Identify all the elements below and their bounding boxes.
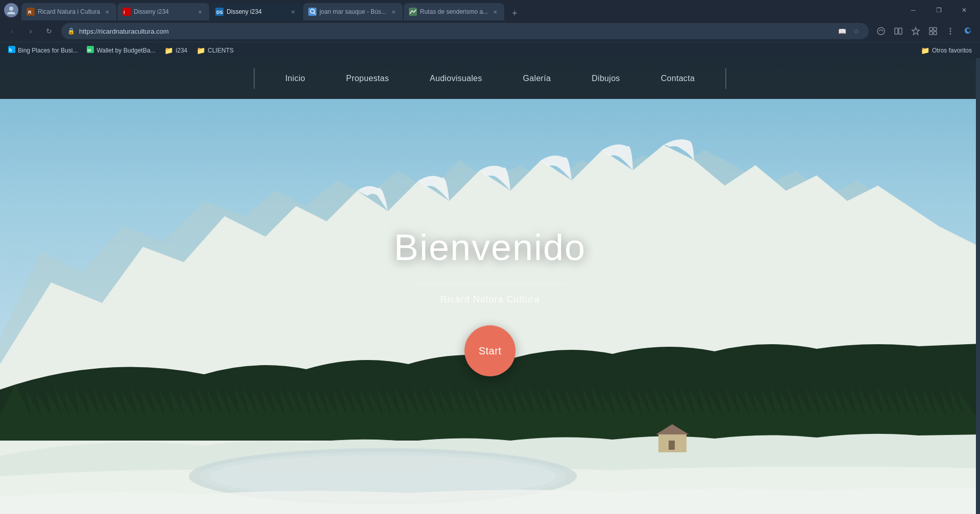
lock-icon: 🔒 — [67, 28, 75, 35]
nav-left-divider — [254, 68, 255, 89]
hero-content: Bienvenido Ricard Natura Cultura Start — [394, 226, 586, 376]
favorites-star-icon[interactable]: ☆ — [850, 25, 863, 37]
nav-inicio[interactable]: Inicio — [265, 70, 326, 87]
bookmark-bing-label: Bing Places for Busi... — [18, 47, 78, 54]
new-tab-button[interactable]: + — [507, 6, 522, 20]
bookmark-clients[interactable]: 📁 CLIENTS — [192, 44, 238, 57]
svg-rect-12 — [895, 28, 898, 34]
back-button[interactable]: ‹ — [4, 23, 20, 39]
folder-clients-icon: 📁 — [197, 46, 205, 55]
close-button[interactable]: ✕ — [952, 2, 976, 18]
tab-close-2[interactable]: ✕ — [196, 8, 204, 16]
svg-point-19 — [950, 31, 951, 32]
bookmark-wallet-label: Wallet by BudgetBa... — [96, 47, 155, 54]
tab-label-5: Rutas de senderismo a... — [420, 8, 488, 15]
tab-favicon-2: i — [122, 8, 131, 16]
svg-point-11 — [877, 28, 885, 35]
scrollbar[interactable] — [976, 58, 980, 514]
tab-label-3: Disseny i234 — [227, 8, 286, 15]
svg-rect-14 — [929, 28, 933, 31]
bookmark-clients-label: CLIENTS — [208, 47, 234, 54]
bookmarks-bar: b Bing Places for Busi... W Wallet by Bu… — [0, 42, 980, 58]
website-area: Inicio Propuestas Audiovisuales Galería … — [0, 58, 980, 514]
toolbar-icons — [873, 23, 976, 39]
address-bar-row: ‹ › ↻ 🔒 https://ricardnaturacultura.com … — [0, 20, 980, 42]
hero-title: Bienvenido — [394, 226, 586, 268]
tab-disseny2[interactable]: DS Disseny i234 ✕ — [210, 3, 302, 20]
collections-icon[interactable] — [925, 23, 941, 39]
svg-rect-13 — [899, 28, 902, 34]
tab-disseny1[interactable]: i Disseny i234 ✕ — [117, 3, 209, 20]
bookmark-otros-label: Otros favoritos — [932, 47, 972, 54]
tab-favicon-3: DS — [215, 8, 224, 16]
svg-point-20 — [950, 33, 951, 35]
svg-text:DS: DS — [216, 10, 223, 15]
svg-text:W: W — [87, 48, 91, 53]
tab-label-1: Ricard Natura i Cultura — [38, 8, 100, 15]
title-bar: R Ricard Natura i Cultura ✕ i Disseny i2… — [0, 0, 980, 20]
nav-galeria[interactable]: Galería — [503, 70, 572, 87]
tab-favicon-4 — [308, 8, 316, 16]
tab-close-1[interactable]: ✕ — [103, 8, 111, 16]
start-button-label: Start — [479, 345, 502, 357]
window-controls: ─ ❐ ✕ — [901, 2, 976, 18]
site-nav: Inicio Propuestas Audiovisuales Galería … — [0, 58, 980, 99]
bookmark-bing[interactable]: b Bing Places for Busi... — [4, 44, 82, 57]
edge-icon[interactable] — [960, 23, 976, 39]
tab-close-3[interactable]: ✕ — [289, 8, 297, 16]
nav-dibujos[interactable]: Dibujos — [571, 70, 640, 87]
forward-button[interactable]: › — [22, 23, 39, 39]
hero-subtitle: Ricard Natura Cultura — [440, 294, 540, 305]
hero-divider — [413, 284, 567, 284]
tab-favicon-5 — [409, 8, 417, 16]
hero-section: Bienvenido Ricard Natura Cultura Start — [0, 58, 980, 514]
bookmark-wallet[interactable]: W Wallet by BudgetBa... — [83, 44, 159, 57]
split-screen-icon[interactable] — [890, 23, 906, 39]
tab-rutas[interactable]: Rutas de senderismo a... ✕ — [404, 3, 504, 20]
nav-right-divider — [725, 68, 726, 89]
tab-close-5[interactable]: ✕ — [491, 8, 499, 16]
minimize-button[interactable]: ─ — [901, 2, 925, 18]
browser-window: R Ricard Natura i Cultura ✕ i Disseny i2… — [0, 0, 980, 514]
tab-label-4: joan mar sauque - Bús... — [320, 8, 386, 15]
wallet-icon: W — [87, 46, 94, 55]
bing-icon: b — [8, 46, 15, 55]
url-text: https://ricardnaturacultura.com — [79, 28, 832, 35]
tab-ricard[interactable]: R Ricard Natura i Cultura ✕ — [21, 3, 116, 20]
svg-point-0 — [9, 7, 13, 11]
folder-i234-icon: 📁 — [164, 46, 173, 55]
address-icons: 📖 ☆ — [836, 25, 863, 37]
profile-avatar[interactable] — [4, 3, 18, 17]
nav-propuestas[interactable]: Propuestas — [326, 70, 409, 87]
refresh-button[interactable]: ↻ — [41, 23, 57, 39]
svg-point-18 — [950, 28, 951, 30]
maximize-button[interactable]: ❐ — [927, 2, 950, 18]
tab-search[interactable]: joan mar sauque - Bús... ✕ — [303, 3, 403, 20]
bookmark-otros[interactable]: 📁 Otros favoritos — [917, 44, 976, 57]
favorites-icon[interactable] — [908, 23, 924, 39]
nav-links: Inicio Propuestas Audiovisuales Galería … — [265, 70, 715, 87]
svg-rect-15 — [934, 28, 937, 31]
tabs-bar: R Ricard Natura i Cultura ✕ i Disseny i2… — [21, 0, 897, 20]
start-button[interactable]: Start — [464, 325, 516, 376]
tab-close-4[interactable]: ✕ — [389, 8, 398, 16]
address-bar[interactable]: 🔒 https://ricardnaturacultura.com 📖 ☆ — [61, 23, 869, 39]
reader-icon[interactable]: 📖 — [836, 25, 848, 37]
svg-text:R: R — [28, 10, 32, 15]
svg-text:b: b — [9, 47, 12, 53]
svg-rect-16 — [929, 32, 933, 35]
svg-rect-17 — [934, 32, 937, 35]
tab-favicon-1: R — [27, 8, 35, 16]
bookmark-i234-label: i234 — [176, 47, 187, 54]
svg-text:i: i — [124, 10, 125, 15]
tab-label-2: Disseny i234 — [134, 8, 193, 15]
browser-extras-icon[interactable] — [942, 23, 959, 39]
folder-otros-icon: 📁 — [921, 46, 929, 55]
copilot-icon[interactable] — [873, 23, 889, 39]
nav-contacta[interactable]: Contacta — [641, 70, 715, 87]
bookmark-i234[interactable]: 📁 i234 — [160, 44, 191, 57]
nav-audiovisuales[interactable]: Audiovisuales — [409, 70, 503, 87]
